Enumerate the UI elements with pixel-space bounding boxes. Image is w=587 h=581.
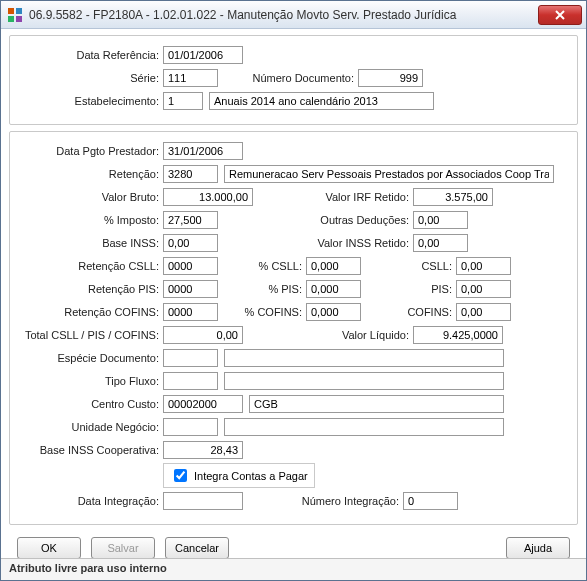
data-ref-label: Data Referência:	[18, 49, 163, 61]
num-doc-label: Número Documento:	[218, 72, 358, 84]
pct-pis-label: % PIS:	[218, 283, 306, 295]
tipo-fluxo-label: Tipo Fluxo:	[18, 375, 163, 387]
ok-button[interactable]: OK	[17, 537, 81, 559]
valor-irf-input[interactable]	[413, 188, 493, 206]
pct-pis-input[interactable]	[306, 280, 361, 298]
total-label: Total CSLL / PIS / COFINS:	[18, 329, 163, 341]
ret-cofins-input[interactable]	[163, 303, 218, 321]
total-input[interactable]	[163, 326, 243, 344]
cancelar-button[interactable]: Cancelar	[165, 537, 229, 559]
svg-rect-0	[8, 8, 14, 14]
cofins-label: COFINS:	[361, 306, 456, 318]
base-inss-input[interactable]	[163, 234, 218, 252]
especie-input[interactable]	[163, 349, 218, 367]
retencao-desc	[224, 165, 554, 183]
serie-label: Série:	[18, 72, 163, 84]
pct-csll-label: % CSLL:	[218, 260, 306, 272]
estab-label: Estabelecimento:	[18, 95, 163, 107]
ret-csll-input[interactable]	[163, 257, 218, 275]
serie-input[interactable]	[163, 69, 218, 87]
ret-pis-input[interactable]	[163, 280, 218, 298]
centro-custo-label: Centro Custo:	[18, 398, 163, 410]
pis-input[interactable]	[456, 280, 511, 298]
num-doc-input[interactable]	[358, 69, 423, 87]
valor-bruto-input[interactable]	[163, 188, 253, 206]
ret-pis-label: Retenção PIS:	[18, 283, 163, 295]
tipo-fluxo-input[interactable]	[163, 372, 218, 390]
valor-inss-ret-input[interactable]	[413, 234, 468, 252]
estab-input[interactable]	[163, 92, 203, 110]
cofins-input[interactable]	[456, 303, 511, 321]
valor-bruto-label: Valor Bruto:	[18, 191, 163, 203]
ret-cofins-label: Retenção COFINS:	[18, 306, 163, 318]
svg-rect-1	[16, 8, 22, 14]
valor-irf-label: Valor IRF Retido:	[253, 191, 413, 203]
pis-label: PIS:	[361, 283, 456, 295]
pct-csll-input[interactable]	[306, 257, 361, 275]
body-group: Data Pgto Prestador: Retenção: Valor Bru…	[9, 131, 578, 525]
app-icon	[7, 7, 23, 23]
header-group: Data Referência: Série: Número Documento…	[9, 35, 578, 125]
statusbar: Atributo livre para uso interno	[1, 558, 586, 580]
unidade-neg-input[interactable]	[163, 418, 218, 436]
estab-desc	[209, 92, 434, 110]
pct-imposto-input[interactable]	[163, 211, 218, 229]
pct-imposto-label: % Imposto:	[18, 214, 163, 226]
data-pgto-input[interactable]	[163, 142, 243, 160]
salvar-button: Salvar	[91, 537, 155, 559]
especie-label: Espécie Documento:	[18, 352, 163, 364]
data-int-label: Data Integração:	[18, 495, 163, 507]
unidade-neg-desc	[224, 418, 504, 436]
integra-checkbox[interactable]	[174, 469, 187, 482]
svg-rect-3	[16, 16, 22, 22]
outras-ded-label: Outras Deduções:	[218, 214, 413, 226]
status-text: Atributo livre para uso interno	[9, 562, 167, 574]
data-pgto-label: Data Pgto Prestador:	[18, 145, 163, 157]
retencao-label: Retenção:	[18, 168, 163, 180]
ret-csll-label: Retenção CSLL:	[18, 260, 163, 272]
unidade-neg-label: Unidade Negócio:	[18, 421, 163, 433]
data-ref-input[interactable]	[163, 46, 243, 64]
retencao-input[interactable]	[163, 165, 218, 183]
svg-rect-2	[8, 16, 14, 22]
integra-label: Integra Contas a Pagar	[194, 470, 308, 482]
pct-cofins-label: % COFINS:	[218, 306, 306, 318]
ajuda-button[interactable]: Ajuda	[506, 537, 570, 559]
outras-ded-input[interactable]	[413, 211, 468, 229]
data-int-input[interactable]	[163, 492, 243, 510]
valor-liq-label: Valor Líquido:	[243, 329, 413, 341]
valor-liq-input[interactable]	[413, 326, 503, 344]
close-button[interactable]	[538, 5, 582, 25]
pct-cofins-input[interactable]	[306, 303, 361, 321]
titlebar: 06.9.5582 - FP2180A - 1.02.01.022 - Manu…	[1, 1, 586, 29]
valor-inss-ret-label: Valor INSS Retido:	[218, 237, 413, 249]
tipo-fluxo-desc	[224, 372, 504, 390]
base-inss-coop-input[interactable]	[163, 441, 243, 459]
base-inss-label: Base INSS:	[18, 237, 163, 249]
num-int-input[interactable]	[403, 492, 458, 510]
content: Data Referência: Série: Número Documento…	[1, 29, 586, 567]
csll-label: CSLL:	[361, 260, 456, 272]
centro-custo-desc	[249, 395, 504, 413]
base-inss-coop-label: Base INSS Cooperativa:	[18, 444, 163, 456]
window-title: 06.9.5582 - FP2180A - 1.02.01.022 - Manu…	[29, 8, 538, 22]
window: 06.9.5582 - FP2180A - 1.02.01.022 - Manu…	[0, 0, 587, 581]
centro-custo-input[interactable]	[163, 395, 243, 413]
especie-desc	[224, 349, 504, 367]
integra-checkbox-wrap[interactable]: Integra Contas a Pagar	[163, 463, 315, 488]
csll-input[interactable]	[456, 257, 511, 275]
num-int-label: Número Integração:	[243, 495, 403, 507]
